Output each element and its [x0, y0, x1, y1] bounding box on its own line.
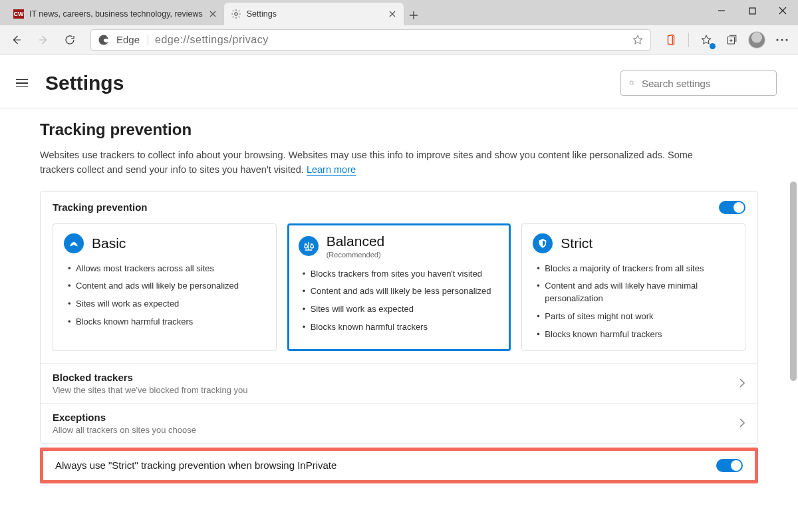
notification-badge-icon: [710, 43, 716, 49]
minimize-button[interactable]: [706, 0, 737, 21]
close-icon[interactable]: [208, 9, 217, 19]
content-area: Settings Tracking prevention Websites us…: [0, 55, 798, 532]
tab-settings[interactable]: Settings: [224, 3, 404, 25]
svg-point-5: [785, 39, 787, 41]
url-text: edge://settings/privacy: [155, 34, 625, 46]
bullet: Blocks known harmful trackers: [537, 326, 734, 344]
browser-window: CW IT news, careers, business technology…: [0, 0, 798, 532]
chevron-right-icon: [739, 418, 745, 428]
balance-scale-icon: [299, 236, 319, 256]
tracking-levels: Basic Allows most trackers across all si…: [41, 221, 757, 363]
svg-point-3: [776, 39, 778, 41]
row-sub: View the sites that we've blocked from t…: [53, 385, 247, 395]
description-text: Websites use trackers to collect info ab…: [40, 150, 693, 175]
profile-avatar[interactable]: [746, 29, 767, 51]
tab-title: Settings: [247, 9, 382, 19]
bullet: Sites will work as expected: [303, 301, 500, 319]
site-identity-label: Edge: [116, 34, 148, 45]
level-subtitle: (Recommended): [327, 251, 385, 259]
bullet: Blocks a majority of trackers from all s…: [537, 260, 734, 278]
level-title: Strict: [561, 235, 593, 251]
collections-icon[interactable]: [721, 29, 742, 51]
close-window-button[interactable]: [767, 0, 798, 21]
cw-favicon-icon: CW: [13, 9, 24, 19]
settings-header-bar: Settings: [0, 55, 798, 108]
svg-point-6: [630, 81, 633, 84]
row-title: Always use "Strict" tracking prevention …: [55, 460, 336, 471]
learn-more-link[interactable]: Learn more: [307, 164, 356, 176]
reload-button[interactable]: [59, 29, 81, 51]
row-title: Blocked trackers: [53, 372, 247, 383]
favorites-icon[interactable]: [696, 29, 717, 51]
card-title: Tracking prevention: [53, 201, 148, 213]
tab-it-news[interactable]: CW IT news, careers, business technology…: [7, 3, 224, 25]
bullet: Content and ads will likely be personali…: [68, 277, 265, 295]
level-bullets: Allows most trackers across all sites Co…: [64, 260, 265, 331]
level-title: Basic: [92, 235, 126, 251]
page-title: Settings: [45, 72, 124, 94]
row-title: Exceptions: [53, 412, 196, 423]
favorite-star-icon[interactable]: [632, 34, 644, 46]
row-sub: Allow all trackers on sites you choose: [53, 425, 196, 435]
address-bar[interactable]: Edge edge://settings/privacy: [90, 29, 651, 51]
forward-button[interactable]: [32, 29, 55, 51]
tracking-prevention-toggle[interactable]: [719, 201, 745, 214]
tracking-prevention-card: Tracking prevention Basic Allows: [40, 191, 758, 444]
scrollbar-thumb[interactable]: [790, 182, 797, 381]
office-icon[interactable]: [660, 29, 682, 51]
tab-strip: CW IT news, careers, business technology…: [0, 0, 424, 25]
level-title: Balanced: [327, 233, 385, 249]
level-basic[interactable]: Basic Allows most trackers across all si…: [53, 223, 277, 351]
settings-search[interactable]: [620, 70, 777, 96]
shield-icon: [533, 233, 553, 253]
divider: [688, 33, 689, 47]
blocked-trackers-row[interactable]: Blocked trackers View the sites that we'…: [41, 363, 757, 403]
inprivate-strict-toggle[interactable]: [716, 459, 743, 472]
card-header: Tracking prevention: [41, 192, 757, 221]
bullet: Parts of sites might not work: [537, 308, 734, 326]
bullet: Sites will work as expected: [68, 295, 265, 313]
tab-title: IT news, careers, business technology, r…: [29, 9, 203, 19]
bullet: Allows most trackers across all sites: [68, 260, 265, 278]
back-button[interactable]: [5, 29, 28, 51]
browser-toolbar: Edge edge://settings/privacy: [0, 25, 798, 55]
settings-menu-button[interactable]: [16, 75, 32, 91]
level-balanced[interactable]: Balanced (Recommended) Blocks trackers f…: [287, 223, 511, 351]
svg-point-4: [781, 39, 783, 41]
maximize-button[interactable]: [737, 0, 767, 21]
bullet: Content and ads will likely be less pers…: [303, 283, 500, 301]
settings-page: Tracking prevention Websites use tracker…: [0, 108, 798, 532]
level-strict[interactable]: Strict Blocks a majority of trackers fro…: [521, 223, 745, 351]
svg-point-0: [235, 13, 237, 15]
gear-icon: [231, 9, 241, 19]
new-tab-button[interactable]: [404, 5, 424, 25]
close-icon[interactable]: [388, 9, 397, 19]
section-heading: Tracking prevention: [40, 120, 758, 139]
level-bullets: Blocks a majority of trackers from all s…: [533, 260, 734, 344]
bullet: Blocks trackers from sites you haven't v…: [303, 265, 500, 283]
window-controls: [706, 0, 798, 25]
bullet: Blocks known harmful trackers: [68, 313, 265, 331]
basic-icon: [64, 233, 84, 253]
svg-rect-1: [749, 8, 755, 14]
search-icon: [629, 78, 635, 88]
chevron-right-icon: [739, 378, 745, 388]
toolbar-actions: [660, 29, 793, 51]
level-bullets: Blocks trackers from sites you haven't v…: [299, 265, 500, 336]
settings-search-input[interactable]: [642, 78, 768, 89]
inprivate-strict-row[interactable]: Always use "Strict" tracking prevention …: [40, 448, 758, 483]
section-description: Websites use trackers to collect info ab…: [40, 148, 718, 178]
titlebar: CW IT news, careers, business technology…: [0, 0, 798, 25]
bullet: Blocks known harmful trackers: [303, 319, 500, 336]
bullet: Content and ads will likely have minimal…: [537, 277, 734, 308]
avatar-icon: [748, 31, 765, 49]
more-menu-button[interactable]: [771, 29, 793, 51]
edge-logo-icon: [98, 34, 110, 46]
exceptions-row[interactable]: Exceptions Allow all trackers on sites y…: [41, 403, 757, 443]
